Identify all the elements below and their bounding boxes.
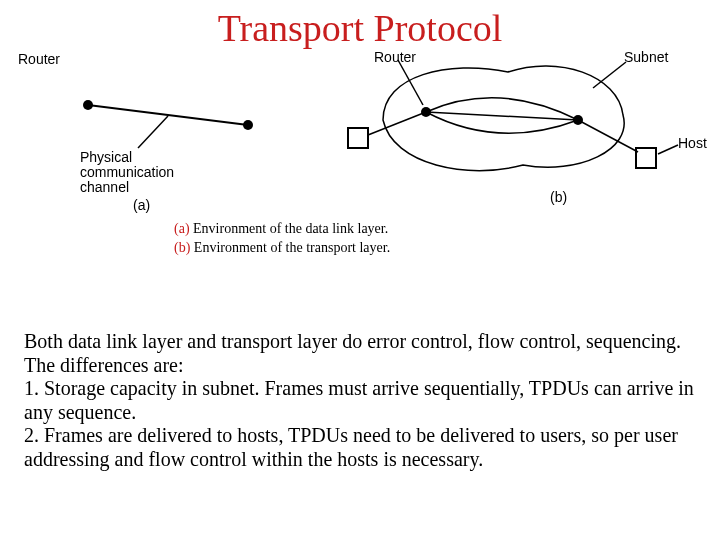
svg-line-6: [426, 112, 578, 120]
body-p1: Both data link layer and transport layer…: [24, 330, 696, 377]
body-text: Both data link layer and transport layer…: [24, 330, 696, 472]
caption-b-marker: (b): [174, 240, 190, 255]
svg-line-11: [398, 60, 423, 105]
label-phys-3: channel: [80, 180, 129, 195]
svg-rect-8: [636, 148, 656, 168]
page-title: Transport Protocol: [0, 6, 720, 50]
diagram: Router Router Subnet Physical communicat…: [18, 50, 702, 210]
label-subnet: Subnet: [624, 50, 668, 65]
caption-line-b: (b) Environment of the transport layer.: [174, 239, 574, 258]
slide: Transport Protocol: [0, 0, 720, 540]
body-p2: 1. Storage capacity in subnet. Frames mu…: [24, 377, 696, 424]
fig-marker-a: (a): [133, 198, 150, 213]
body-p3: 2. Frames are delivered to hosts, TPDUs …: [24, 424, 696, 471]
label-router-b: Router: [374, 50, 416, 65]
svg-line-13: [658, 145, 678, 154]
label-host: Host: [678, 136, 707, 151]
svg-line-12: [593, 62, 626, 88]
caption-a-marker: (a): [174, 221, 190, 236]
fig-marker-b: (b): [550, 190, 567, 205]
svg-line-10: [578, 120, 638, 152]
svg-line-9: [368, 112, 426, 135]
figure-caption: (a) Environment of the data link layer. …: [174, 220, 574, 258]
caption-b-text: Environment of the transport layer.: [190, 240, 390, 255]
svg-line-3: [138, 116, 168, 148]
svg-line-2: [88, 105, 248, 125]
caption-a-text: Environment of the data link layer.: [190, 221, 389, 236]
svg-rect-7: [348, 128, 368, 148]
caption-line-a: (a) Environment of the data link layer.: [174, 220, 574, 239]
label-router-a: Router: [18, 52, 60, 67]
